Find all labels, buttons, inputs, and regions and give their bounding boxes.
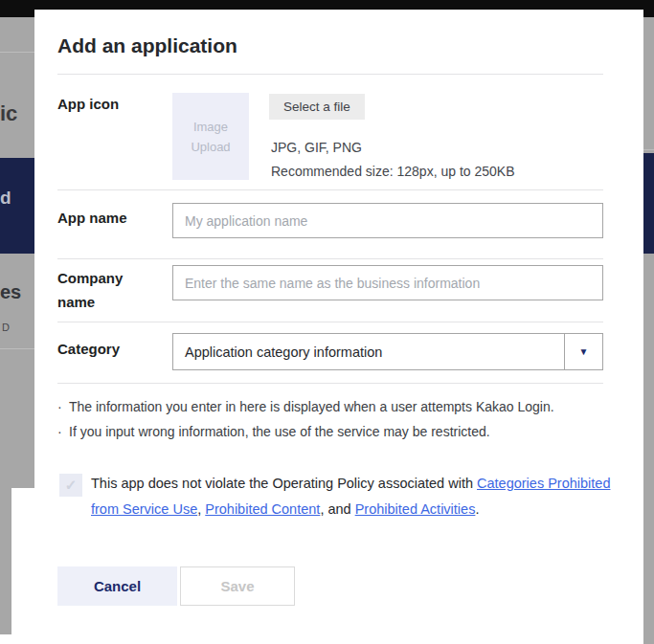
background-right-strip xyxy=(643,17,654,644)
check-icon: ✓ xyxy=(65,477,78,494)
background-left-strip xyxy=(0,17,34,158)
bullet-icon: · xyxy=(57,394,69,419)
save-button[interactable]: Save xyxy=(180,566,295,606)
policy-link-prohibited-content[interactable]: Prohibited Content xyxy=(205,501,320,517)
chevron-down-icon: ▼ xyxy=(579,347,589,357)
category-label: Category xyxy=(57,337,157,361)
title-divider xyxy=(57,74,603,75)
policy-text: This app does not violate the Operating … xyxy=(91,471,620,522)
background-left-divider-2 xyxy=(0,348,34,349)
category-selected-value: Application category information xyxy=(173,344,564,360)
policy-link-prohibited-activities[interactable]: Prohibited Activities xyxy=(355,501,476,517)
dialog-title: Add an application xyxy=(57,34,237,57)
app-name-label: App name xyxy=(57,206,157,230)
policy-part: This app does not violate the Operating … xyxy=(91,476,477,491)
background-right-divider xyxy=(643,149,654,150)
cancel-button[interactable]: Cancel xyxy=(57,566,177,606)
image-upload-placeholder: Image Upload xyxy=(182,117,239,157)
row-divider-4 xyxy=(57,383,603,384)
notes-list: · The information you enter in here is d… xyxy=(57,394,613,444)
note-text: If you input wrong information, the use … xyxy=(69,419,490,444)
background-left-divider xyxy=(0,52,34,53)
screen: ic d es D Add an application App icon Im… xyxy=(0,0,654,644)
company-name-label: Company name xyxy=(57,266,144,314)
select-file-button[interactable]: Select a file xyxy=(269,94,365,120)
background-subheading-fragment: es xyxy=(0,281,34,303)
note-text: The information you enter in here is dis… xyxy=(69,394,554,419)
file-formats-hint: JPG, GIF, PNG xyxy=(271,140,362,155)
file-size-hint: Recommended size: 128px, up to 250KB xyxy=(271,164,515,179)
app-name-input[interactable] xyxy=(172,203,603,238)
row-divider-3 xyxy=(57,322,603,322)
company-name-input[interactable] xyxy=(172,265,603,300)
note-item: · If you input wrong information, the us… xyxy=(57,419,613,444)
policy-part: . xyxy=(475,501,479,517)
row-divider-1 xyxy=(57,189,603,190)
image-upload-dropzone[interactable]: Image Upload xyxy=(172,93,249,180)
background-heading-fragment: ic xyxy=(0,101,34,126)
category-select[interactable]: Application category information ▼ xyxy=(172,333,603,370)
background-left-strip-bottom xyxy=(0,488,11,634)
policy-part: , and xyxy=(320,501,354,517)
app-icon-label: App icon xyxy=(57,92,157,116)
background-right-banner xyxy=(643,153,654,254)
note-item: · The information you enter in here is d… xyxy=(57,394,613,419)
row-divider-2 xyxy=(57,258,603,259)
policy-checkbox[interactable]: ✓ xyxy=(59,474,82,497)
bullet-icon: · xyxy=(57,419,69,444)
background-small-fragment: D xyxy=(2,322,34,333)
add-application-dialog: Add an application App icon Image Upload… xyxy=(34,10,643,644)
background-banner-fragment: d xyxy=(0,188,34,209)
category-caret-zone[interactable]: ▼ xyxy=(564,334,602,369)
